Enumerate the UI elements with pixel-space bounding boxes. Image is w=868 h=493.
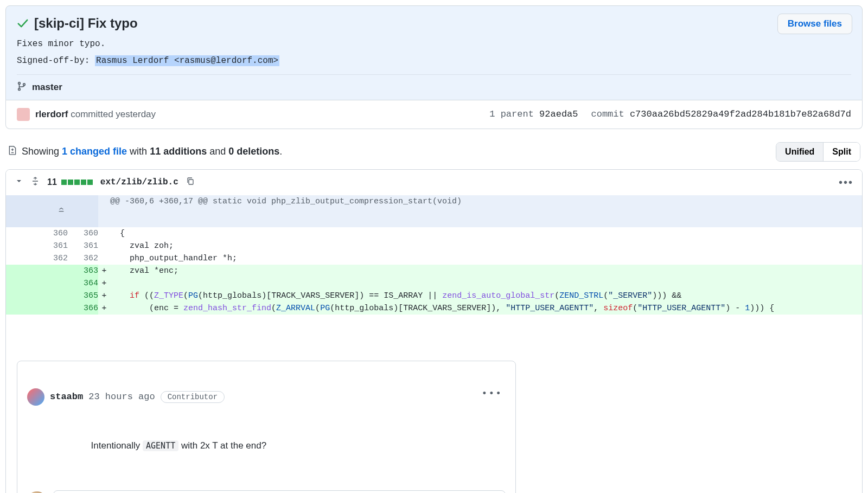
- commit-header: [skip-ci] Fix typo Browse files Fixes mi…: [5, 5, 863, 100]
- signed-off-label: Signed-off-by:: [17, 56, 95, 66]
- comment-text-post: with 2x T at the end?: [178, 440, 266, 451]
- line-number-new[interactable]: 362: [68, 252, 98, 265]
- inline-comment-row: staabm 23 hours ago Contributor ••• Inte…: [6, 315, 862, 493]
- line-number-old[interactable]: [6, 277, 68, 290]
- svg-point-2: [23, 83, 25, 85]
- branch-name[interactable]: master: [32, 82, 62, 93]
- diff-mark: +: [98, 290, 110, 302]
- comment-time[interactable]: 23 hours ago: [88, 392, 155, 402]
- file-diff-icon: [8, 145, 17, 158]
- diff-mark: [98, 252, 110, 265]
- reply-input[interactable]: [53, 490, 506, 493]
- line-number-new[interactable]: 366: [68, 302, 98, 315]
- current-user-avatar[interactable]: [27, 491, 47, 493]
- line-number-new[interactable]: 360: [68, 227, 98, 240]
- additions-count: 11 additions: [150, 146, 207, 157]
- diff-code: php_output_handler *h;: [110, 252, 862, 265]
- diff-code: {: [110, 227, 862, 240]
- expand-up-icon[interactable]: [6, 197, 68, 226]
- diffstat-blocks: [61, 180, 93, 185]
- diff-code: [110, 277, 862, 290]
- svg-point-0: [18, 82, 21, 84]
- diff-mark: +: [98, 265, 110, 277]
- commit-description: Fixes minor typo.: [17, 37, 851, 52]
- diff-line[interactable]: 364+: [6, 277, 862, 290]
- period: .: [279, 146, 282, 157]
- line-number-old[interactable]: 362: [6, 252, 68, 265]
- line-number-new[interactable]: 361: [68, 240, 98, 252]
- commit-label: commit: [591, 109, 624, 119]
- showing-label: Showing: [22, 146, 62, 157]
- diffstat-count: 11: [47, 177, 57, 187]
- browse-files-button[interactable]: Browse files: [777, 14, 852, 34]
- diff-line[interactable]: 360360 {: [6, 227, 862, 240]
- review-comment: staabm 23 hours ago Contributor ••• Inte…: [17, 361, 516, 493]
- signed-off-value: Rasmus Lerdorf <rasmus@lerdorf.com>: [95, 55, 279, 66]
- line-number-old[interactable]: [6, 290, 68, 302]
- author-avatar[interactable]: [17, 108, 30, 121]
- author-name[interactable]: rlerdorf: [35, 109, 68, 119]
- diffstat: 11: [47, 177, 93, 187]
- hunk-header: @@ -360,6 +360,17 @@ static void php_zli…: [6, 195, 862, 227]
- commit-meta: rlerdorf committed yesterday 1 parent 92…: [5, 100, 863, 129]
- line-number-old[interactable]: 361: [6, 240, 68, 252]
- line-number-new[interactable]: 365: [68, 290, 98, 302]
- svg-rect-3: [189, 180, 193, 184]
- diff-line[interactable]: 363+ zval *enc;: [6, 265, 862, 277]
- diff-line[interactable]: 362362 php_output_handler *h;: [6, 252, 862, 265]
- line-number-old[interactable]: 360: [6, 227, 68, 240]
- line-number-old[interactable]: [6, 302, 68, 315]
- diff-file: 11 ext/zlib/zlib.c ••• @@ -360,6 +360,17…: [5, 169, 863, 493]
- file-menu-icon[interactable]: •••: [839, 176, 853, 189]
- diff-code: if ((Z_TYPE(PG(http_globals)[TRACK_VARS_…: [110, 290, 862, 302]
- diff-summary: Showing 1 changed file with 11 additions…: [8, 142, 860, 162]
- expand-all-icon[interactable]: [31, 177, 40, 188]
- comment-avatar[interactable]: [27, 388, 44, 406]
- branch-row: master: [17, 74, 851, 100]
- diff-view-toggle: Unified Split: [776, 142, 860, 162]
- and-label: and: [207, 146, 228, 157]
- check-icon: [17, 17, 29, 29]
- diff-code: zval *enc;: [110, 265, 862, 277]
- commit-sha: c730aa26bd52829a49f2ad284b181b7e82a68d7d: [630, 109, 851, 119]
- diff-line[interactable]: 366+ (enc = zend_hash_str_find(Z_ARRVAL(…: [6, 302, 862, 315]
- deletions-count: 0 deletions: [228, 146, 279, 157]
- comment-code-chip: AGENTT: [143, 440, 178, 451]
- unified-button[interactable]: Unified: [776, 143, 823, 161]
- diff-mark: [98, 240, 110, 252]
- diff-table: @@ -360,6 +360,17 @@ static void php_zli…: [6, 195, 862, 493]
- diff-line[interactable]: 361361 zval zoh;: [6, 240, 862, 252]
- comment-author[interactable]: staabm: [50, 392, 83, 402]
- diff-code: zval zoh;: [110, 240, 862, 252]
- committed-text: committed yesterday: [71, 109, 156, 119]
- contributor-badge: Contributor: [161, 391, 225, 403]
- parent-sha[interactable]: 92aeda5: [539, 109, 578, 119]
- parent-label: 1 parent: [489, 109, 534, 119]
- split-button[interactable]: Split: [823, 143, 860, 161]
- line-number-old[interactable]: [6, 265, 68, 277]
- hunk-text: @@ -360,6 +360,17 @@ static void php_zli…: [110, 195, 862, 227]
- with-label: with: [127, 146, 150, 157]
- diff-line[interactable]: 365+ if ((Z_TYPE(PG(http_globals)[TRACK_…: [6, 290, 862, 302]
- diff-mark: +: [98, 302, 110, 315]
- diff-mark: [98, 227, 110, 240]
- svg-point-1: [18, 88, 21, 90]
- commit-title: [skip-ci] Fix typo: [34, 16, 138, 31]
- chevron-down-icon[interactable]: [15, 177, 23, 188]
- diff-mark: +: [98, 277, 110, 290]
- line-number-new[interactable]: 364: [68, 277, 98, 290]
- comment-body: Intentionally AGENTT with 2x T at the en…: [50, 430, 506, 462]
- file-path[interactable]: ext/zlib/zlib.c: [100, 177, 178, 187]
- changed-files-link[interactable]: 1 changed file: [62, 146, 127, 157]
- diff-code: (enc = zend_hash_str_find(Z_ARRVAL(PG(ht…: [110, 302, 862, 315]
- copy-icon[interactable]: [186, 177, 195, 188]
- branch-icon: [17, 81, 27, 93]
- line-number-new[interactable]: 363: [68, 265, 98, 277]
- comment-text-pre: Intentionally: [91, 440, 143, 451]
- comment-menu-icon[interactable]: •••: [482, 388, 502, 399]
- signed-off-line: Signed-off-by: Rasmus Lerdorf <rasmus@le…: [17, 56, 851, 66]
